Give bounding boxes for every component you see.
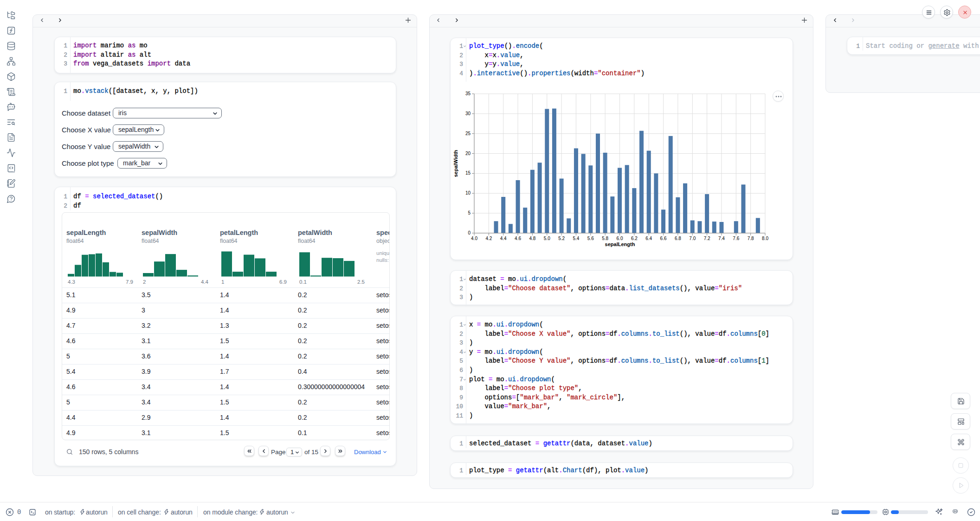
svg-text:8.0: 8.0 [762,236,768,241]
svg-text:sepalWidth: sepalWidth [453,150,458,177]
svg-text:4.6: 4.6 [515,236,521,241]
svg-text:4.8: 4.8 [529,236,535,241]
svg-text:6.0: 6.0 [617,236,623,241]
svg-text:4.2: 4.2 [485,236,492,241]
svg-text:4.0: 4.0 [471,236,477,241]
svg-text:15: 15 [465,170,471,176]
svg-text:7.4: 7.4 [718,236,725,241]
svg-text:5.8: 5.8 [602,236,608,241]
svg-text:7.8: 7.8 [748,236,754,241]
svg-text:0: 0 [468,230,471,235]
svg-text:5: 5 [468,210,471,215]
svg-text:5.4: 5.4 [573,236,579,241]
svg-text:35: 35 [465,91,471,96]
svg-text:5.6: 5.6 [587,236,594,241]
svg-text:30: 30 [465,111,471,116]
svg-text:20: 20 [465,151,471,156]
svg-text:5.0: 5.0 [544,236,550,241]
svg-text:sepalLength: sepalLength [605,241,635,247]
svg-text:7.6: 7.6 [733,236,739,241]
svg-text:6.6: 6.6 [660,236,667,241]
svg-text:7.0: 7.0 [689,236,696,241]
svg-text:5.2: 5.2 [558,236,565,241]
svg-text:6.4: 6.4 [645,236,652,241]
svg-text:6.8: 6.8 [675,236,681,241]
svg-text:6.2: 6.2 [631,236,638,241]
svg-text:4.4: 4.4 [500,236,507,241]
svg-text:25: 25 [465,131,471,136]
svg-text:10: 10 [465,190,471,195]
svg-text:7.2: 7.2 [704,236,710,241]
